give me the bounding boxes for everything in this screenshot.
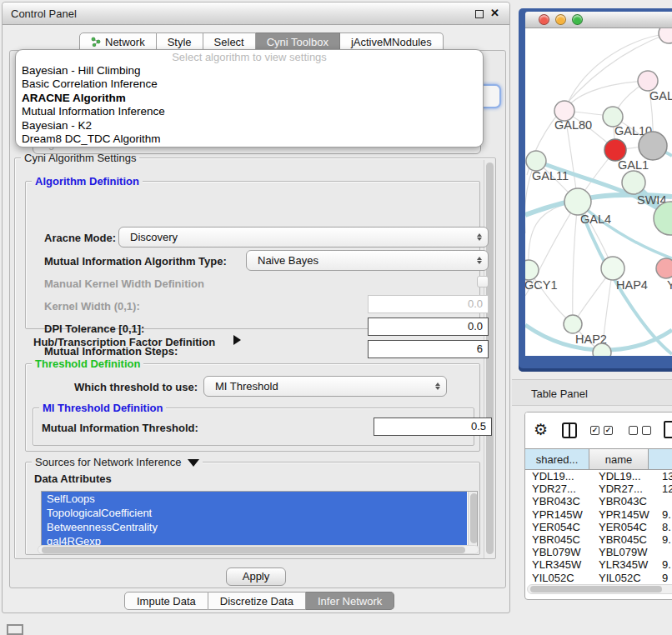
algorithm-definition-group: Algorithm Definition Aracne Mode: Discov… <box>25 181 480 329</box>
list-item[interactable]: SelfLoops <box>42 492 467 506</box>
aracne-mode-value: Discovery <box>119 231 471 243</box>
network-node[interactable] <box>525 260 539 280</box>
mi-steps-field[interactable]: 6 <box>368 340 489 358</box>
column-header-name[interactable]: name <box>589 448 649 470</box>
tab-style[interactable]: Style <box>157 32 203 51</box>
table-row[interactable]: YBR043CYBR043C <box>525 495 672 508</box>
mi-type-label: Mutual Information Algorithm Type: <box>44 255 227 268</box>
kernel-width-label: Kernel Width (0,1): <box>44 300 140 312</box>
close-icon[interactable]: ✕ <box>490 7 499 19</box>
network-window-titlebar[interactable] <box>525 12 672 28</box>
cyni-algorithm-settings-group: Cyni Algorithm Settings Algorithm Defini… <box>14 158 496 559</box>
data-attributes-list: SelfLoops TopologicalCoefficient Between… <box>41 491 478 548</box>
table-row[interactable]: YBR045CYBR045C9. <box>525 533 672 546</box>
network-node[interactable] <box>564 188 591 215</box>
algorithm-dropdown-list: Select algorithm to view settings Bayesi… <box>15 49 484 148</box>
table-row[interactable]: YLR345WYLR345W9. <box>525 558 672 571</box>
which-threshold-value: MI Threshold <box>204 380 429 392</box>
mi-type-combo[interactable]: Naive Bayes <box>246 250 489 271</box>
collapse-arrow-icon[interactable] <box>188 459 199 467</box>
dropdown-item[interactable]: Dream8 DC_TDC Algorithm <box>16 132 483 146</box>
sources-group-title: Sources for Network Inference <box>32 456 203 468</box>
settings-scrollbar[interactable] <box>484 160 494 558</box>
network-node[interactable] <box>622 171 645 194</box>
dpi-tolerance-field[interactable]: 0.0 <box>368 318 489 336</box>
tab-network[interactable]: Network <box>79 32 157 51</box>
network-node[interactable] <box>656 258 672 278</box>
cyni-bottom-tabs: Impute Data Discretize Data Infer Networ… <box>124 592 394 610</box>
tab-impute-data-label: Impute Data <box>137 595 196 608</box>
table-row[interactable]: YBL079WYBL079W <box>525 546 672 558</box>
kernel-width-field[interactable]: 0.0 <box>368 295 489 313</box>
mi-threshold-field[interactable]: 0.5 <box>374 418 492 436</box>
columns-icon[interactable] <box>562 422 577 438</box>
column-header-next[interactable]: A <box>649 448 672 470</box>
aracne-mode-combo[interactable]: Discovery <box>118 227 489 248</box>
table-row[interactable]: YDL19...YDL19...13 <box>525 470 672 482</box>
manual-kernel-checkbox[interactable] <box>477 276 489 288</box>
dropdown-prompt: Select algorithm to view settings <box>16 51 483 64</box>
unchecked-checkbox-icon[interactable] <box>642 426 651 435</box>
table-row[interactable]: YIL052CYIL052C9 <box>525 572 672 584</box>
tab-jactivemnodules[interactable]: jActiveMNodules <box>340 32 444 51</box>
checked-checkbox-icon[interactable]: ✓ <box>590 426 599 435</box>
checked-checkbox-icon[interactable]: ✓ <box>604 426 613 435</box>
close-traffic-light-icon[interactable] <box>539 14 549 25</box>
tab-network-label: Network <box>105 36 145 48</box>
table-row[interactable]: YDR27...YDR27...12 <box>525 482 672 495</box>
network-node[interactable] <box>638 71 658 91</box>
network-node[interactable] <box>593 343 611 356</box>
network-node[interactable] <box>564 315 582 333</box>
table-row[interactable]: YER054CYER054C8. <box>525 521 672 533</box>
list-scrollbar[interactable] <box>468 492 477 547</box>
expand-arrow-icon[interactable] <box>233 335 241 345</box>
list-item[interactable]: BetweennessCentrality <box>42 520 467 534</box>
network-node[interactable] <box>526 151 546 171</box>
manual-kernel-label: Manual Kernel Width Definition <box>44 278 204 290</box>
dropdown-item[interactable]: Bayesian - K2 <box>16 119 483 132</box>
table-header-row: shared... name A <box>525 448 672 470</box>
tab-cyni-toolbox-label: Cyni Toolbox <box>267 36 328 48</box>
dropdown-item[interactable]: Basic Correlation Inference <box>16 78 483 91</box>
tab-impute-data[interactable]: Impute Data <box>124 592 208 610</box>
which-threshold-combo[interactable]: MI Threshold <box>203 376 447 397</box>
tab-infer-network-label: Infer Network <box>318 595 382 608</box>
unchecked-checkbox-icon[interactable] <box>629 426 638 435</box>
tab-style-label: Style <box>168 36 192 48</box>
minimize-traffic-light-icon[interactable] <box>555 14 566 25</box>
sources-horizontal-scrollbar[interactable] <box>38 545 479 554</box>
control-panel-window: Control Panel ✕ Network Style Select Cyn… <box>2 2 510 613</box>
which-threshold-label: Which threshold to use: <box>74 381 198 393</box>
mi-threshold-group-title: MI Threshold Definition <box>39 402 166 414</box>
network-node[interactable] <box>639 132 667 160</box>
table-panel-title: Table Panel <box>531 388 588 400</box>
dropdown-item-selected[interactable]: ARACNE Algorithm <box>16 92 483 105</box>
table-row[interactable]: YPR145WYPR145W9. <box>525 508 672 521</box>
stepper-arrows-icon <box>429 382 446 390</box>
float-window-icon[interactable] <box>475 10 484 18</box>
dropdown-item[interactable]: Bayesian - Hill Climbing <box>16 64 483 78</box>
sources-title-text: Sources for Network Inference <box>35 456 182 468</box>
network-node[interactable] <box>659 28 672 43</box>
column-header-shared-name[interactable]: shared... <box>525 448 589 470</box>
data-attributes-label: Data Attributes <box>34 472 112 485</box>
algorithm-definition-title: Algorithm Definition <box>32 175 143 188</box>
tab-infer-network[interactable]: Infer Network <box>306 592 394 610</box>
zoom-traffic-light-icon[interactable] <box>572 14 583 25</box>
collapsed-panel-icon[interactable] <box>7 624 23 635</box>
document-icon[interactable] <box>664 421 672 438</box>
list-item[interactable]: TopologicalCoefficient <box>42 506 467 520</box>
table-horizontal-scrollbar[interactable] <box>527 584 672 594</box>
apply-button-label: Apply <box>243 570 270 582</box>
apply-button[interactable]: Apply <box>226 568 286 586</box>
gear-icon[interactable]: ⚙ <box>534 420 548 439</box>
dropdown-item[interactable]: Mutual Information Inference <box>16 105 483 118</box>
tab-select[interactable]: Select <box>203 32 256 51</box>
tab-discretize-data[interactable]: Discretize Data <box>208 592 306 610</box>
network-canvas[interactable]: GALGAL80GAL10GAL1GAL11SWI4GAL4GCY1HAP4YH… <box>525 28 672 356</box>
node-label: GAL11 <box>532 169 569 182</box>
tab-cyni-toolbox[interactable]: Cyni Toolbox <box>256 32 340 51</box>
network-node[interactable] <box>601 257 624 280</box>
hub-definition-label[interactable]: Hub/Transcription Factor Definition <box>33 336 215 348</box>
column-header-label: name <box>605 453 633 466</box>
